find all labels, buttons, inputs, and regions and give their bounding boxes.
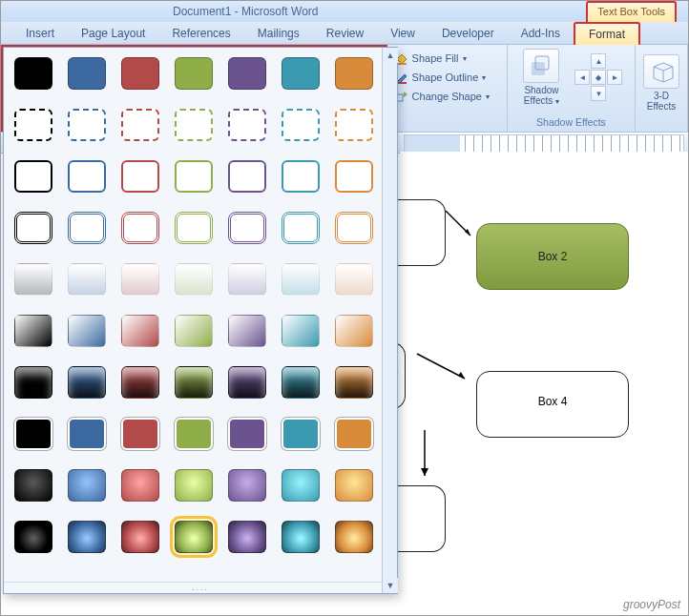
shape-style-swatch-r0-c3[interactable]: [175, 57, 213, 90]
shape-style-swatch-r4-c3[interactable]: [175, 263, 213, 296]
shape-style-swatch-r1-c3[interactable]: [175, 109, 213, 141]
gallery-resize-handle[interactable]: ....: [4, 582, 397, 593]
tab-format[interactable]: Format: [574, 22, 640, 45]
shape-fill-button[interactable]: Shape Fill ▾: [395, 49, 499, 68]
shape-style-swatch-r3-c5[interactable]: [282, 212, 320, 244]
shape-style-swatch-r6-c3[interactable]: [175, 366, 213, 399]
shape-style-swatch-r7-c4[interactable]: [228, 418, 266, 450]
shape-style-swatch-r4-c1[interactable]: [68, 263, 106, 296]
shape-outline-button[interactable]: Shape Outline ▾: [395, 68, 499, 87]
nudge-center-button[interactable]: ◆: [591, 70, 606, 85]
tab-add-ins[interactable]: Add-Ins: [508, 23, 574, 44]
shape-style-swatch-r0-c1[interactable]: [68, 57, 106, 90]
shape-style-swatch-r6-c4[interactable]: [228, 366, 266, 399]
flow-box-2[interactable]: Box 2: [476, 223, 629, 290]
shape-style-swatch-r8-c0[interactable]: [14, 469, 52, 502]
shape-style-swatch-r2-c6[interactable]: [335, 160, 373, 193]
shape-style-swatch-r5-c4[interactable]: [228, 315, 266, 347]
shape-style-swatch-r4-c2[interactable]: [121, 263, 159, 296]
shape-style-swatch-r7-c1[interactable]: [68, 418, 106, 450]
shape-style-swatch-r5-c2[interactable]: [121, 315, 159, 347]
shape-style-swatch-r0-c0[interactable]: [14, 57, 52, 90]
shape-style-swatch-r3-c2[interactable]: [121, 212, 159, 244]
shape-style-swatch-r6-c0[interactable]: [14, 366, 52, 399]
shape-style-swatch-r9-c4[interactable]: [228, 521, 266, 553]
scroll-up-icon[interactable]: ▲: [383, 48, 398, 63]
nudge-right-button[interactable]: ►: [607, 70, 622, 85]
tab-mailings[interactable]: Mailings: [244, 23, 313, 44]
shape-style-swatch-r7-c0[interactable]: [14, 418, 52, 450]
shape-style-swatch-r0-c5[interactable]: [282, 57, 320, 90]
shape-style-swatch-r1-c1[interactable]: [68, 109, 106, 141]
shape-style-swatch-r8-c5[interactable]: [282, 469, 320, 502]
nudge-down-button[interactable]: ▼: [591, 86, 606, 101]
shape-style-swatch-r8-c1[interactable]: [68, 469, 106, 502]
shape-style-swatch-r2-c0[interactable]: [14, 160, 52, 193]
shape-style-swatch-r8-c3[interactable]: [175, 469, 213, 502]
shape-style-swatch-r0-c4[interactable]: [228, 57, 266, 90]
shape-style-swatch-r3-c1[interactable]: [68, 212, 106, 244]
shape-style-swatch-r7-c5[interactable]: [282, 418, 320, 450]
shape-style-swatch-r5-c5[interactable]: [282, 315, 320, 347]
shape-style-swatch-r9-c1[interactable]: [68, 521, 106, 553]
shape-style-swatch-r4-c5[interactable]: [282, 263, 320, 296]
shape-style-swatch-r9-c0[interactable]: [14, 521, 52, 553]
tab-references[interactable]: References: [158, 23, 243, 44]
tab-insert[interactable]: Insert: [12, 23, 68, 44]
shape-style-swatch-r0-c6[interactable]: [335, 57, 373, 90]
shape-style-swatch-r5-c1[interactable]: [68, 315, 106, 347]
shape-style-swatch-r2-c1[interactable]: [68, 160, 106, 193]
shape-style-swatch-r3-c6[interactable]: [335, 212, 373, 244]
shape-style-swatch-r6-c2[interactable]: [121, 366, 159, 399]
contextual-tools-tab[interactable]: Text Box Tools: [586, 1, 677, 22]
shape-style-swatch-r8-c6[interactable]: [335, 469, 373, 502]
shape-style-swatch-r1-c4[interactable]: [228, 109, 266, 141]
shape-style-swatch-r2-c5[interactable]: [282, 160, 320, 193]
tab-page-layout[interactable]: Page Layout: [68, 23, 158, 44]
tab-review[interactable]: Review: [313, 23, 377, 44]
shape-style-swatch-r5-c6[interactable]: [335, 315, 373, 347]
gallery-scrollbar[interactable]: ▲ ▼: [382, 48, 397, 593]
shape-style-swatch-r9-c3[interactable]: [175, 521, 213, 553]
shape-style-swatch-r5-c0[interactable]: [14, 315, 52, 347]
shape-style-swatch-r1-c2[interactable]: [121, 109, 159, 141]
scroll-down-icon[interactable]: ▼: [383, 578, 398, 593]
shape-style-swatch-r4-c6[interactable]: [335, 263, 373, 296]
shape-style-swatch-r6-c6[interactable]: [335, 366, 373, 399]
shape-style-swatch-r6-c1[interactable]: [68, 366, 106, 399]
nudge-left-button[interactable]: ◄: [574, 70, 590, 85]
tab-view[interactable]: View: [377, 23, 428, 44]
nudge-up-button[interactable]: ▲: [591, 53, 606, 69]
flow-box-4[interactable]: Box 4: [476, 371, 629, 438]
shape-style-swatch-r7-c3[interactable]: [175, 418, 213, 450]
shape-style-swatch-r9-c6[interactable]: [335, 521, 373, 553]
3d-effects-button[interactable]: [643, 54, 679, 89]
shape-style-swatch-r3-c3[interactable]: [175, 212, 213, 244]
shape-style-swatch-r2-c3[interactable]: [175, 160, 213, 193]
shape-style-swatch-r0-c2[interactable]: [121, 57, 159, 90]
shape-style-swatch-r7-c6[interactable]: [335, 418, 373, 450]
shape-style-swatch-r5-c3[interactable]: [175, 315, 213, 347]
shape-style-swatch-r4-c0[interactable]: [14, 263, 52, 296]
flow-box-partial-bottom[interactable]: [390, 485, 446, 552]
shape-style-swatch-r1-c0[interactable]: [14, 109, 52, 141]
shadow-effects-button[interactable]: Shadow Effects ▾: [519, 49, 563, 106]
shape-style-swatch-r6-c5[interactable]: [282, 366, 320, 399]
flow-box-partial-top[interactable]: [390, 199, 446, 266]
shape-style-swatch-r2-c4[interactable]: [228, 160, 266, 193]
shape-style-swatch-r9-c5[interactable]: [282, 521, 320, 553]
shape-style-swatch-r4-c4[interactable]: [228, 263, 266, 296]
shape-style-swatch-r1-c6[interactable]: [335, 109, 373, 141]
shape-style-swatch-r8-c2[interactable]: [121, 469, 159, 502]
shape-style-swatch-r1-c5[interactable]: [282, 109, 320, 141]
tab-developer[interactable]: Developer: [428, 23, 508, 44]
shape-style-swatch-r3-c0[interactable]: [14, 212, 52, 244]
change-shape-button[interactable]: Change Shape ▾: [395, 87, 499, 106]
shape-style-gallery-dropdown[interactable]: .... ▲ ▼: [3, 47, 398, 594]
shape-style-swatch-r8-c4[interactable]: [228, 469, 266, 502]
shape-style-swatch-r2-c2[interactable]: [121, 160, 159, 193]
document-canvas[interactable]: Box 2 3 Box 4: [400, 152, 688, 615]
shape-style-swatch-r7-c2[interactable]: [121, 418, 159, 450]
shape-style-swatch-r3-c4[interactable]: [228, 212, 266, 244]
shape-style-swatch-r9-c2[interactable]: [121, 521, 159, 553]
